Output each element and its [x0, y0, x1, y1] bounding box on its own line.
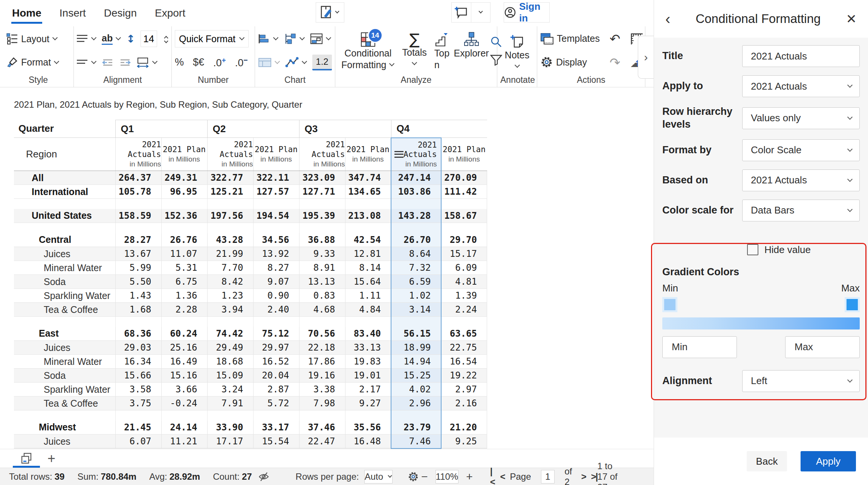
row-label[interactable]: Juices	[14, 341, 115, 355]
value-cell[interactable]: 7.70	[207, 261, 253, 275]
quarter-header-q2[interactable]: Q2	[207, 120, 299, 138]
zoom-out-button[interactable]: −	[421, 470, 428, 483]
measure-header[interactable]: 2021 Planin Millions	[161, 138, 207, 171]
value-cell[interactable]: 105.78	[115, 185, 161, 199]
value-cell[interactable]: 15.16	[161, 369, 207, 383]
value-cell[interactable]: 125.21	[207, 185, 253, 199]
value-cell[interactable]: 3.75	[115, 397, 161, 410]
max-value-input[interactable]: Max	[785, 336, 860, 358]
value-cell-selected[interactable]: 247.14	[391, 171, 441, 185]
comment-dropdown[interactable]	[471, 3, 491, 22]
row-label[interactable]: Mineral Water	[14, 355, 115, 369]
value-cell[interactable]: 1.68	[115, 303, 161, 317]
text-wrap-button[interactable]: ab	[102, 33, 121, 45]
value-cell[interactable]: 29.49	[207, 341, 253, 355]
row-label[interactable]: Tea & Coffee	[14, 397, 115, 410]
row-label[interactable]: All	[14, 171, 115, 185]
value-cell-selected[interactable]: 8.64	[391, 247, 441, 261]
value-cell[interactable]: 19.16	[299, 369, 345, 383]
value-cell[interactable]: 249.31	[161, 171, 207, 185]
value-cell[interactable]: 29.03	[115, 341, 161, 355]
value-cell[interactable]: 8.27	[253, 261, 299, 275]
layout-button[interactable]: Layout	[6, 33, 58, 45]
value-cell-selected[interactable]: 56.15	[391, 327, 441, 341]
value-cell[interactable]: 28.27	[115, 233, 161, 247]
value-cell[interactable]: 16.54	[441, 355, 487, 369]
value-cell[interactable]: 68.36	[115, 327, 161, 341]
value-cell[interactable]: 7.98	[299, 397, 345, 410]
value-cell[interactable]: 9.27	[345, 397, 391, 410]
value-cell[interactable]: 34.56	[253, 233, 299, 247]
value-cell[interactable]: 1.23	[207, 289, 253, 303]
value-cell[interactable]: 2.87	[253, 383, 299, 397]
value-cell[interactable]: 111.42	[441, 185, 487, 199]
value-cell[interactable]: 33.13	[345, 341, 391, 355]
templates-button[interactable]: Templates	[540, 33, 600, 45]
value-cell[interactable]: 22.18	[299, 341, 345, 355]
value-cell[interactable]: 3.24	[207, 383, 253, 397]
value-cell-selected[interactable]: 26.70	[391, 233, 441, 247]
value-cell[interactable]: 4.81	[441, 275, 487, 289]
value-cell[interactable]: 270.09	[441, 171, 487, 185]
value-cell[interactable]: 33.17	[253, 421, 299, 435]
quarter-header-q3[interactable]: Q3	[299, 120, 391, 138]
measure-header[interactable]: 2021 Planin Millions	[441, 138, 487, 171]
value-cell[interactable]: 7.91	[207, 397, 253, 410]
value-cell-selected[interactable]: 15.25	[391, 369, 441, 383]
value-cell[interactable]: 33.90	[207, 421, 253, 435]
value-cell[interactable]: 347.74	[345, 171, 391, 185]
max-color-swatch[interactable]	[845, 297, 860, 312]
totals-button[interactable]: ∑ Totals	[399, 30, 429, 66]
next-page-button[interactable]: >	[581, 471, 586, 482]
value-cell-selected[interactable]: 3.14	[391, 303, 441, 317]
measure-header-selected[interactable]: 2021 Actualsin Millions	[391, 138, 441, 171]
tab-home[interactable]: Home	[11, 5, 42, 21]
value-cell[interactable]: 3.58	[115, 383, 161, 397]
value-cell[interactable]: 2.24	[441, 303, 487, 317]
measure-header[interactable]: 2021 Actualsin Millions	[299, 138, 345, 171]
value-cell-selected[interactable]: 14.94	[391, 355, 441, 369]
expand-ribbon-button[interactable]: ›	[638, 36, 654, 79]
prev-page-button[interactable]: <	[500, 471, 504, 482]
bar-chart-button[interactable]	[258, 34, 278, 44]
row-label[interactable]: Sparkling Water	[14, 289, 115, 303]
value-cell[interactable]: 96.95	[161, 185, 207, 199]
gradient-preview-bar[interactable]	[662, 317, 860, 329]
value-cell[interactable]: 8.14	[345, 261, 391, 275]
value-cell[interactable]: 17.86	[299, 355, 345, 369]
value-cell-selected[interactable]: 7.32	[391, 261, 441, 275]
value-cell[interactable]: 60.24	[161, 327, 207, 341]
value-cell[interactable]: 16.52	[253, 355, 299, 369]
column-width-button[interactable]	[136, 57, 157, 68]
sign-in-button[interactable]: Sign in	[504, 2, 550, 23]
percent-format-button[interactable]: %	[175, 56, 184, 68]
value-cell[interactable]: 127.57	[253, 185, 299, 199]
value-cell[interactable]: 15.66	[115, 369, 161, 383]
back-button[interactable]: Back	[747, 451, 787, 471]
value-cell[interactable]: 323.09	[299, 171, 345, 185]
value-cell[interactable]: 35.56	[345, 421, 391, 435]
value-cell[interactable]: 15.54	[253, 435, 299, 448]
value-cell[interactable]: 15.09	[207, 369, 253, 383]
row-label[interactable]: International	[14, 185, 115, 199]
value-cell[interactable]: 5.31	[161, 261, 207, 275]
value-cell[interactable]: 75.12	[253, 327, 299, 341]
value-cell[interactable]: 158.59	[115, 209, 161, 223]
color-scale-for-select[interactable]: Data Bars	[742, 200, 860, 221]
explorer-button[interactable]: Explorer	[454, 30, 489, 61]
value-cell[interactable]: 1.39	[441, 289, 487, 303]
row-label[interactable]: Midwest	[14, 421, 115, 435]
value-cell[interactable]: 21.45	[115, 421, 161, 435]
row-hierarchy-levels-select[interactable]: Values only	[742, 107, 860, 129]
add-sheet-button[interactable]: +	[47, 452, 55, 465]
value-cell-selected[interactable]: 18.99	[391, 341, 441, 355]
value-cell-selected[interactable]: 4.02	[391, 383, 441, 397]
indent-decrease-button[interactable]	[102, 58, 114, 67]
tab-insert[interactable]: Insert	[59, 5, 87, 21]
value-cell[interactable]: 322.11	[253, 171, 299, 185]
measure-header[interactable]: 2021 Planin Millions	[345, 138, 391, 171]
tab-design[interactable]: Design	[103, 5, 138, 21]
value-cell[interactable]: 195.39	[299, 209, 345, 223]
currency-format-button[interactable]: $€	[193, 56, 204, 68]
value-cell[interactable]: 2.16	[441, 397, 487, 410]
